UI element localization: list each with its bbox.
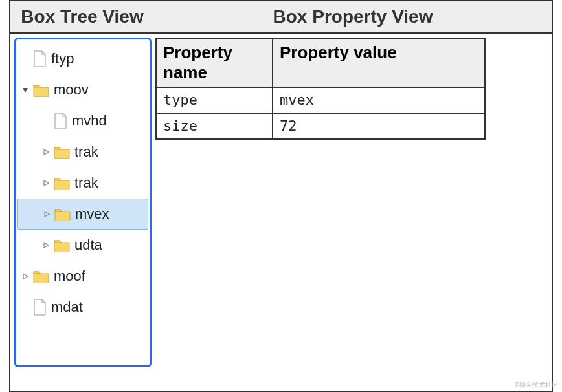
header-row: Box Tree View Box Property View bbox=[10, 1, 552, 34]
file-icon bbox=[33, 50, 47, 67]
expander-closed-icon[interactable] bbox=[41, 178, 51, 188]
property-value-header: Property value bbox=[273, 38, 485, 87]
body-row: ftypmoovmvhdtraktrakmvexudtamoofmdat Pro… bbox=[10, 34, 552, 367]
tree-node-label: moov bbox=[54, 82, 89, 98]
tree-node-label: udta bbox=[74, 237, 102, 254]
folder-icon bbox=[54, 176, 71, 190]
expander-closed-icon[interactable] bbox=[20, 271, 30, 281]
file-icon bbox=[33, 299, 47, 316]
tree-node-label: mvex bbox=[75, 206, 109, 223]
folder-icon bbox=[33, 269, 50, 283]
folder-icon bbox=[54, 207, 71, 221]
table-row: size72 bbox=[156, 113, 485, 139]
tree-node-udta[interactable]: udta bbox=[17, 230, 148, 261]
property-name-cell: type bbox=[156, 87, 273, 113]
tree-node-mdat[interactable]: mdat bbox=[17, 292, 148, 323]
expander-none bbox=[41, 116, 51, 126]
watermark: ©掘金技术社区 bbox=[515, 380, 558, 389]
tree-node-label: moof bbox=[54, 268, 85, 285]
property-value-cell: 72 bbox=[273, 113, 485, 139]
tree-node-moof[interactable]: moof bbox=[17, 261, 148, 292]
tree-panel-title: Box Tree View bbox=[10, 1, 154, 32]
folder-icon bbox=[54, 238, 71, 252]
property-panel-title: Box Property View bbox=[154, 1, 552, 32]
tree-node-label: trak bbox=[74, 144, 98, 160]
tree-node-label: mvhd bbox=[72, 113, 107, 129]
expander-closed-icon[interactable] bbox=[41, 240, 51, 250]
tree-node-label: ftyp bbox=[51, 50, 74, 67]
file-icon bbox=[54, 113, 68, 129]
app-frame: Box Tree View Box Property View ftypmoov… bbox=[9, 0, 553, 392]
box-property-view: Property name Property value typemvexsiz… bbox=[152, 34, 552, 367]
folder-icon bbox=[54, 145, 71, 159]
property-name-cell: size bbox=[156, 113, 273, 139]
property-value-cell: mvex bbox=[273, 87, 485, 113]
tree-node-label: mdat bbox=[51, 299, 83, 316]
expander-closed-icon[interactable] bbox=[41, 209, 52, 219]
property-table: Property name Property value typemvexsiz… bbox=[155, 38, 486, 140]
box-tree-view[interactable]: ftypmoovmvhdtraktrakmvexudtamoofmdat bbox=[14, 38, 152, 367]
property-name-header: Property name bbox=[156, 38, 273, 87]
expander-none bbox=[20, 302, 30, 312]
tree-node-ftyp[interactable]: ftyp bbox=[17, 43, 148, 74]
expander-none bbox=[20, 54, 30, 64]
tree-node-trak2[interactable]: trak bbox=[17, 168, 148, 199]
folder-icon bbox=[33, 83, 50, 97]
expander-open-icon[interactable] bbox=[20, 85, 30, 95]
tree-node-moov[interactable]: moov bbox=[17, 74, 148, 105]
expander-closed-icon[interactable] bbox=[41, 147, 51, 157]
tree-node-trak1[interactable]: trak bbox=[17, 136, 148, 168]
tree-node-mvhd[interactable]: mvhd bbox=[17, 105, 148, 136]
tree-node-mvex[interactable]: mvex bbox=[17, 199, 148, 230]
table-row: typemvex bbox=[156, 87, 485, 113]
tree-node-label: trak bbox=[74, 175, 98, 191]
